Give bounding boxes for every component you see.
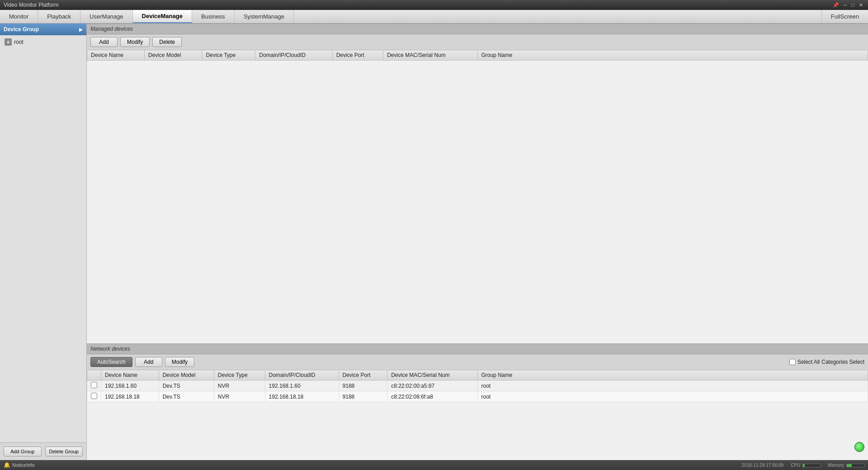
minimize-button[interactable]: ─	[842, 2, 849, 8]
net-col-group-name: Group Name	[477, 370, 868, 381]
sidebar-footer: Add Group Delete Group	[0, 442, 86, 460]
nav-playback[interactable]: Playback	[38, 10, 80, 23]
managed-col-group-name: Group Name	[477, 50, 868, 61]
net-col-device-type: Device Type	[214, 370, 265, 381]
sidebar-tree: 🖥 root	[0, 35, 86, 442]
tree-item-root[interactable]: 🖥 root	[2, 37, 85, 47]
managed-devices-section: Managed devices Add Modify Delete Device…	[87, 24, 868, 343]
select-all-checkbox[interactable]	[789, 359, 796, 365]
row-device-name: 192.168.1.60	[101, 381, 159, 391]
row-group-name: root	[477, 391, 868, 402]
app-title: Video Monitor Platform	[4, 2, 59, 8]
row-domain-ip: 192.168.1.60	[265, 381, 339, 391]
row-mac-serial: c8:22:02:08:6f:a8	[387, 391, 477, 402]
managed-devices-table-container: Device Name Device Model Device Type Dom…	[87, 50, 868, 343]
row-mac-serial: c8:22:02:00:a5:87	[387, 381, 477, 391]
managed-col-domain-ip: Domain/IP/CloudID	[255, 50, 332, 61]
row-device-type: NVR	[214, 381, 265, 391]
managed-delete-button[interactable]: Delete	[152, 37, 182, 47]
net-col-device-name: Device Name	[101, 370, 159, 381]
row-device-model: Dev.TS	[159, 381, 214, 391]
status-bar: 🔔 NoticeInfo 2018-11-28 17:56:09 CPU Mem…	[0, 460, 868, 470]
managed-devices-table: Device Name Device Model Device Type Dom…	[87, 50, 868, 61]
network-add-button[interactable]: Add	[135, 357, 162, 367]
row-device-type: NVR	[214, 391, 265, 402]
notice-area: 🔔 NoticeInfo	[4, 462, 35, 468]
nav-usermanage[interactable]: UserManage	[80, 10, 132, 23]
row-checkbox-cell	[87, 381, 101, 391]
network-table-row[interactable]: 192.168.1.60 Dev.TS NVR 192.168.1.60 918…	[87, 381, 868, 391]
nav-devicemanage[interactable]: DeviceManage	[133, 10, 192, 23]
memory-label: Memory	[828, 463, 864, 468]
sidebar-title: Device Group	[4, 26, 39, 33]
nav-monitor[interactable]: Monitor	[0, 10, 38, 23]
managed-modify-button[interactable]: Modify	[120, 37, 150, 47]
bell-icon: 🔔	[4, 462, 10, 468]
managed-col-device-name: Device Name	[87, 50, 145, 61]
notice-label: NoticeInfo	[12, 462, 35, 468]
row-device-port: 9188	[339, 391, 387, 402]
managed-col-device-port: Device Port	[332, 50, 383, 61]
network-devices-toolbar: AutoSearch Add Modify Select All Categor…	[87, 354, 868, 370]
managed-devices-toolbar: Add Modify Delete	[87, 34, 868, 50]
window-controls: 📌 ─ □ ✕	[831, 2, 864, 8]
sidebar: Device Group ▶ 🖥 root Add Group Delete G…	[0, 24, 87, 460]
autosearch-button[interactable]: AutoSearch	[90, 357, 132, 367]
tree-item-label: root	[14, 39, 24, 45]
managed-col-mac-serial: Device MAC/Serial Num	[383, 50, 477, 61]
network-table-row[interactable]: 192.168.18.18 Dev.TS NVR 192.168.18.18 9…	[87, 391, 868, 402]
network-devices-table-container: Device Name Device Model Device Type Dom…	[87, 370, 868, 460]
row-checkbox[interactable]	[91, 382, 97, 388]
sidebar-header: Device Group ▶	[0, 24, 86, 35]
row-checkbox-cell	[87, 391, 101, 402]
network-devices-table: Device Name Device Model Device Type Dom…	[87, 370, 868, 402]
net-col-domain-ip: Domain/IP/CloudID	[265, 370, 339, 381]
categories-select-label: Categories Select	[821, 359, 864, 365]
row-domain-ip: 192.168.18.18	[265, 391, 339, 402]
net-col-checkbox	[87, 370, 101, 381]
nav-systemmanage[interactable]: SystemManage	[235, 10, 294, 23]
device-group-icon: 🖥	[5, 38, 12, 46]
managed-col-device-type: Device Type	[202, 50, 255, 61]
nav-fullscreen[interactable]: FullScreen	[821, 10, 868, 23]
select-all-area: Select All Categories Select	[789, 359, 864, 365]
row-device-model: Dev.TS	[159, 391, 214, 402]
net-col-device-model: Device Model	[159, 370, 214, 381]
network-devices-header: Network devices	[87, 343, 868, 354]
memory-bar	[846, 464, 864, 467]
sidebar-arrow-icon: ▶	[79, 27, 83, 32]
delete-group-button[interactable]: Delete Group	[45, 446, 83, 456]
cpu-label: CPU	[791, 463, 821, 468]
row-checkbox[interactable]	[91, 393, 97, 399]
nav-bar: Monitor Playback UserManage DeviceManage…	[0, 10, 868, 24]
row-group-name: root	[477, 381, 868, 391]
status-indicator	[854, 442, 864, 452]
title-bar: Video Monitor Platform 📌 ─ □ ✕	[0, 0, 868, 10]
net-col-device-port: Device Port	[339, 370, 387, 381]
net-col-mac-serial: Device MAC/Serial Num	[387, 370, 477, 381]
select-all-label: Select All	[797, 359, 820, 365]
row-device-port: 9188	[339, 381, 387, 391]
network-devices-section: Network devices AutoSearch Add Modify Se…	[87, 343, 868, 460]
close-button[interactable]: ✕	[858, 2, 864, 8]
sys-info: 2018-11-28 17:56:09 CPU Memory	[741, 463, 864, 468]
managed-add-button[interactable]: Add	[90, 37, 118, 47]
datetime-label: 2018-11-28 17:56:09	[741, 463, 783, 468]
maximize-button[interactable]: □	[850, 2, 856, 8]
managed-devices-header: Managed devices	[87, 24, 868, 34]
add-group-button[interactable]: Add Group	[4, 446, 42, 456]
pin-button[interactable]: 📌	[831, 2, 840, 8]
main-layout: Device Group ▶ 🖥 root Add Group Delete G…	[0, 24, 868, 460]
managed-col-device-model: Device Model	[144, 50, 202, 61]
content-area: Managed devices Add Modify Delete Device…	[87, 24, 868, 460]
network-modify-button[interactable]: Modify	[165, 357, 194, 367]
nav-business[interactable]: Business	[192, 10, 235, 23]
cpu-bar	[802, 464, 821, 467]
row-device-name: 192.168.18.18	[101, 391, 159, 402]
